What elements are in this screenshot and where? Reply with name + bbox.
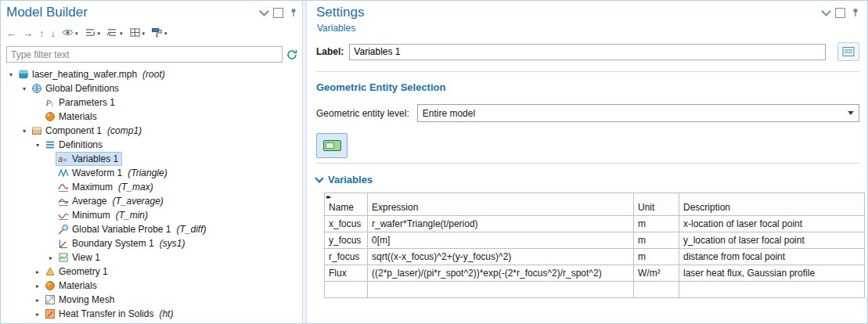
forward-arrow-icon[interactable]: →	[23, 28, 33, 39]
panel-window-controls	[261, 8, 297, 18]
appearance-icon[interactable]: ▾	[151, 27, 167, 40]
tree-item-geometry-1[interactable]: ▸Geometry 1	[6, 265, 297, 279]
tree-item-parameters-1[interactable]: PiParameters 1	[6, 95, 297, 110]
tree-expander-icon[interactable]: ▾	[6, 71, 16, 78]
show-icon[interactable]: ▾	[62, 27, 78, 40]
float-panel-icon[interactable]	[273, 8, 283, 18]
settings-titlebar: Settings	[316, 5, 859, 20]
cell-expression[interactable]	[368, 282, 634, 298]
tree-item-materials[interactable]: Materials	[6, 110, 297, 124]
tree-item-label: Definitions	[59, 139, 103, 150]
svg-text:P: P	[45, 98, 52, 107]
cell-description[interactable]: y_location of laser focal point	[679, 232, 865, 249]
tree-item-minimum[interactable]: Minimum(T_min)	[6, 208, 297, 222]
tree-item-label: Global Variable Probe 1	[72, 224, 171, 235]
variables-section-header[interactable]: Variables	[316, 174, 859, 185]
cell-description[interactable]: distance from focal point	[679, 249, 865, 265]
collapse-panel-icon[interactable]	[259, 6, 269, 16]
tree-item-boundary-system-1[interactable]: Boundary System 1(sys1)	[6, 236, 297, 250]
cell-expression[interactable]: r_wafer*Triangle(t/period)	[368, 216, 634, 232]
model-tree-node-text-icon[interactable]: ▾	[106, 27, 123, 40]
tree-expander-icon[interactable]: ▸	[33, 311, 42, 318]
cell-unit[interactable]: m	[634, 216, 679, 232]
move-up-arrow-icon[interactable]: ↑	[39, 28, 45, 39]
filter-input[interactable]	[6, 46, 283, 63]
geometric-entity-level-select[interactable]: Entire model	[417, 104, 859, 122]
settings-panel: Settings Variables Label: Geometric Enti…	[307, 1, 867, 323]
tree-expander-icon[interactable]: ▾	[20, 128, 29, 135]
divider	[316, 71, 859, 72]
cell-description[interactable]: x-location of laser focal point	[679, 216, 865, 232]
tree-item-component-1[interactable]: ▾Component 1(comp1)	[6, 124, 297, 138]
dropdown-caret-icon[interactable]: ▾	[75, 31, 78, 37]
expand-collapse-icon[interactable]: ▾	[85, 27, 101, 40]
column-header-name[interactable]: ▸▸Name	[325, 193, 368, 216]
tree-node: Waveform 1(Triangle)	[56, 166, 171, 180]
cell-unit[interactable]: m	[634, 249, 679, 265]
tree-item-variables-1[interactable]: a=Variables 1	[6, 152, 297, 166]
tree-item-waveform-1[interactable]: Waveform 1(Triangle)	[6, 166, 297, 180]
tree-expander-icon[interactable]: ▾	[20, 85, 29, 92]
cell-name[interactable]: Flux	[325, 265, 368, 282]
materials-icon	[45, 280, 56, 291]
tree-item-global-variable-probe-1[interactable]: Global Variable Probe 1(T_diff)	[6, 222, 297, 236]
dropdown-caret-icon[interactable]: ▾	[164, 31, 167, 37]
float-panel-icon[interactable]	[835, 8, 845, 18]
tree-item-laser-heating-wafer-mph[interactable]: ▾laser_heating_wafer.mph(root)	[6, 67, 297, 81]
tree-item-label: Heat Transfer in Solids	[59, 308, 153, 319]
cell-expression[interactable]: 0[m]	[368, 232, 634, 249]
tree-item-label: Waveform 1	[72, 167, 122, 178]
label-input[interactable]	[349, 44, 826, 60]
dropdown-caret-icon[interactable]: ▾	[98, 31, 101, 37]
cell-name[interactable]: y_focus	[325, 232, 368, 249]
tree-item-maximum[interactable]: Maximum(T_max)	[6, 180, 297, 194]
panel-window-controls	[823, 8, 859, 18]
cell-unit[interactable]: W/m²	[634, 265, 679, 282]
tree-item-label: Global Definitions	[45, 83, 119, 94]
tree-item-tag: (T_average)	[112, 196, 163, 207]
tree-item-definitions[interactable]: ▾Definitions	[6, 138, 297, 152]
dropdown-caret-icon[interactable]: ▾	[142, 31, 146, 37]
cell-description[interactable]: laser heat flux, Gaussian profile	[679, 265, 865, 282]
dropdown-caret-icon[interactable]: ▾	[120, 31, 123, 37]
cell-unit[interactable]	[634, 282, 679, 298]
tree-item-label: Boundary System 1	[72, 238, 154, 249]
cell-expression[interactable]: ((2*p_laser)/(pi*r_spot^2))*exp(-(2*r_fo…	[368, 265, 634, 282]
tree-item-heat-transfer-in-solids[interactable]: ▸Heat Transfer in Solids(ht)	[6, 307, 297, 321]
show-label-in-interface-button[interactable]	[837, 42, 859, 61]
waveform-icon	[58, 167, 69, 178]
tree-expander-icon[interactable]: ▾	[33, 142, 42, 149]
pin-icon[interactable]	[851, 9, 859, 17]
cell-name[interactable]	[325, 282, 368, 298]
tree-item-global-definitions[interactable]: ▾Global Definitions	[6, 81, 297, 95]
pin-icon[interactable]	[289, 9, 297, 17]
settings-subtitle: Variables	[317, 23, 859, 34]
tree-item-view-1[interactable]: ▸View 1	[6, 250, 297, 265]
column-header-unit[interactable]: Unit	[634, 193, 679, 216]
column-header-expression[interactable]: Expression	[368, 193, 634, 216]
active-selection-toggle[interactable]	[316, 133, 348, 158]
cell-name[interactable]: r_focus	[325, 249, 368, 265]
tree-item-label: Parameters 1	[59, 97, 115, 108]
tree-expander-icon[interactable]: ▸	[33, 297, 42, 304]
tree-expander-icon[interactable]: ▸	[33, 283, 42, 290]
tree-expander-icon[interactable]: ▸	[33, 268, 42, 275]
tree-node: Global Variable Probe 1(T_diff)	[56, 222, 211, 236]
tree-item-label: Minimum	[72, 210, 110, 221]
table-columns-icon[interactable]: ▾	[129, 27, 146, 40]
cell-unit[interactable]: m	[634, 232, 679, 249]
tree-item-tag: (T_diff)	[177, 224, 207, 235]
move-down-arrow-icon[interactable]: ↓	[51, 28, 56, 39]
tree-item-materials[interactable]: ▸Materials	[6, 279, 297, 293]
tree-item-moving-mesh[interactable]: ▸Moving Mesh	[6, 293, 297, 307]
cell-name[interactable]: x_focus	[325, 216, 368, 232]
back-arrow-icon[interactable]: ←	[6, 28, 16, 39]
refresh-icon[interactable]	[286, 49, 297, 60]
cell-description[interactable]	[679, 282, 865, 298]
tree-item-average[interactable]: Average(T_average)	[6, 194, 297, 208]
column-header-description[interactable]: Description	[679, 193, 865, 216]
tree-expander-icon[interactable]: ▸	[46, 254, 56, 261]
cell-expression[interactable]: sqrt((x-x_focus)^2+(y-y_focus)^2)	[368, 249, 634, 265]
collapse-panel-icon[interactable]	[821, 6, 831, 16]
geometric-entity-level-row: Geometric entity level: Entire model	[316, 104, 859, 122]
